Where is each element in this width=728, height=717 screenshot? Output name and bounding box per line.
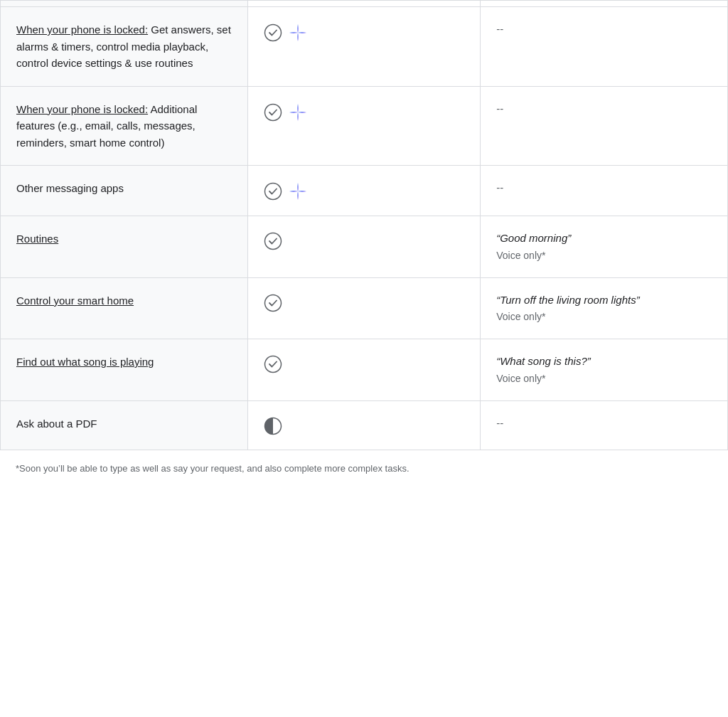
table-row: Routines “Good morning” Voice only* — [1, 216, 728, 278]
check-circle-icon — [264, 294, 282, 312]
feature-cell: When your phone is locked: Get answers, … — [1, 7, 248, 87]
col2-cell — [247, 339, 480, 401]
note-italic: “Good morning” — [496, 230, 712, 247]
footnote-text: *Soon you’ll be able to type as well as … — [16, 463, 410, 474]
col2-cell — [247, 400, 480, 450]
feature-cell: Find out what song is playing — [1, 339, 248, 401]
svg-point-1 — [264, 104, 281, 120]
gemini-sparkle-icon — [288, 23, 308, 43]
check-circle-icon — [264, 182, 282, 201]
col2-cell — [247, 216, 480, 278]
col3-cell: -- — [481, 166, 728, 216]
dash-value: -- — [496, 417, 503, 429]
gemini-sparkle-icon — [288, 102, 308, 122]
svg-point-2 — [264, 184, 281, 200]
note-italic: “Turn off the living room lights” — [496, 292, 712, 309]
footnote: *Soon you’ll be able to type as well as … — [0, 450, 728, 482]
icon-group — [264, 354, 464, 373]
feature-label-underline: Routines — [16, 233, 58, 245]
col3-cell: “What song is this?” Voice only* — [481, 339, 728, 401]
check-circle-icon — [264, 355, 282, 373]
feature-label-underline: Control your smart home — [16, 294, 134, 307]
voice-only-label: Voice only* — [496, 371, 712, 386]
col2-cell — [247, 7, 480, 87]
feature-label: Ask about a PDF — [16, 418, 97, 430]
feature-label: Other messaging apps — [16, 182, 124, 194]
note-italic: “What song is this?” — [496, 354, 712, 370]
feature-label-underline: Find out what song is playing — [16, 356, 154, 368]
feature-cell: Control your smart home — [1, 277, 248, 339]
table-row: When your phone is locked: Additional fe… — [1, 86, 728, 166]
feature-cell: Other messaging apps — [1, 166, 248, 216]
svg-point-4 — [264, 294, 281, 311]
icon-group — [264, 292, 464, 312]
col2-cell — [247, 86, 480, 166]
icon-group — [264, 180, 464, 201]
feature-label-underline: When your phone is locked: — [16, 103, 148, 115]
col3-cell: -- — [481, 400, 728, 450]
feature-label-underline: When your phone is locked: — [16, 23, 148, 36]
check-circle-icon — [264, 232, 282, 250]
col3-cell: -- — [481, 86, 728, 166]
dash-value: -- — [496, 181, 503, 193]
col2-cell — [247, 166, 480, 216]
icon-group — [264, 415, 464, 435]
table-row: Other messaging apps — [1, 166, 728, 216]
table-row: When your phone is locked: Get answers, … — [1, 7, 728, 87]
table-row-spacer — [1, 1, 728, 7]
half-circle-icon — [264, 417, 282, 435]
feature-cell: Routines — [1, 216, 248, 278]
feature-cell: When your phone is locked: Additional fe… — [1, 86, 248, 166]
feature-cell: Ask about a PDF — [1, 400, 248, 450]
dash-value: -- — [496, 102, 503, 115]
voice-only-label: Voice only* — [496, 248, 712, 263]
icon-group — [264, 230, 464, 250]
icon-group — [264, 21, 464, 43]
col3-cell: “Good morning” Voice only* — [481, 216, 728, 278]
table-row: Control your smart home “Turn off the li… — [1, 277, 728, 339]
icon-group — [264, 101, 464, 122]
col3-cell: “Turn off the living room lights” Voice … — [481, 277, 728, 339]
col3-cell: -- — [481, 7, 728, 87]
svg-point-3 — [264, 233, 281, 250]
table-row: Ask about a PDF -- — [1, 400, 728, 450]
svg-point-5 — [264, 356, 281, 373]
table-row: Find out what song is playing “What song… — [1, 339, 728, 401]
table-wrapper: When your phone is locked: Get answers, … — [0, 0, 728, 492]
gemini-sparkle-icon — [288, 181, 308, 201]
voice-only-label: Voice only* — [496, 309, 712, 324]
check-circle-icon — [264, 103, 282, 122]
col2-cell — [247, 277, 480, 339]
check-circle-icon — [264, 23, 282, 42]
svg-point-0 — [264, 25, 281, 41]
dash-value: -- — [496, 23, 503, 35]
comparison-table: When your phone is locked: Get answers, … — [0, 0, 728, 450]
